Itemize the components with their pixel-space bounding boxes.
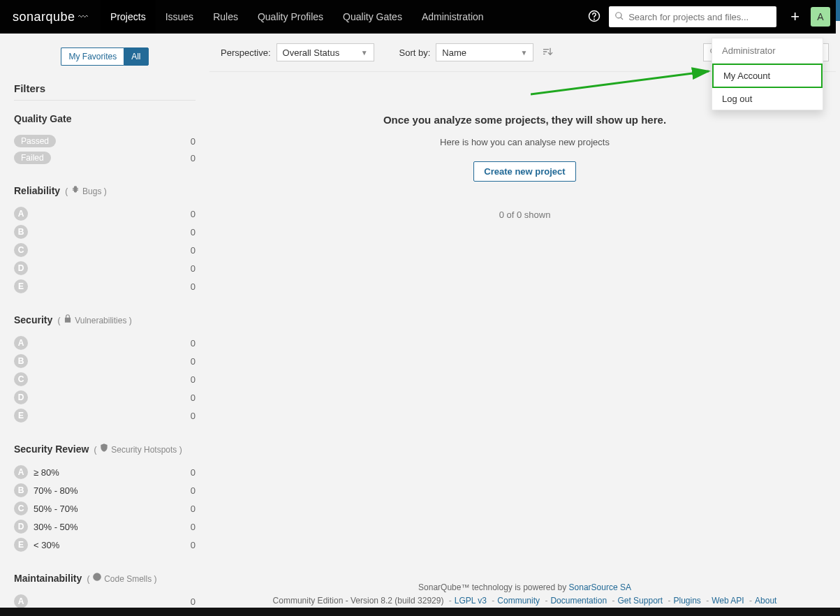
filter-row[interactable]: B0 [14, 352, 196, 370]
filter-row[interactable]: C0 [14, 241, 196, 259]
os-taskbar [0, 608, 840, 616]
search-icon [614, 11, 624, 23]
perspective-select[interactable]: Overall Status ▼ [277, 43, 374, 61]
favorites-toggle: My Favorites All [14, 47, 196, 66]
user-dropdown: Administrator My Account Log out [712, 38, 823, 110]
footer-link[interactable]: About [755, 596, 776, 606]
dropdown-header: Administrator [712, 38, 823, 64]
rating-e: E [14, 409, 28, 423]
footer-link[interactable]: LGPL v3 [455, 596, 487, 606]
footer-link[interactable]: Plugins [674, 596, 701, 606]
filter-reliability: Reliability ( Bugs ) A0 B0 C0 D0 E0 [14, 184, 196, 295]
all-tab[interactable]: All [124, 47, 148, 66]
shield-icon [99, 443, 109, 453]
rating-a: A [14, 594, 28, 608]
perspective-label: Perspective: [221, 47, 271, 58]
filter-row[interactable]: E0 [14, 277, 196, 295]
filter-head-reliability: Reliability ( Bugs ) [14, 184, 196, 196]
filter-row[interactable]: D0 [14, 388, 196, 406]
footer-link[interactable]: Get Support [617, 596, 663, 606]
divider [14, 100, 196, 101]
filter-row[interactable]: E0 [14, 406, 196, 425]
caret-down-icon: ▼ [520, 49, 527, 57]
filter-row[interactable]: D30% - 50%0 [14, 518, 196, 536]
svg-point-1 [594, 19, 595, 20]
count: 0 [191, 136, 196, 147]
sort-select[interactable]: Name ▼ [436, 43, 533, 61]
filter-row[interactable]: C0 [14, 370, 196, 388]
nav-issues[interactable]: Issues [156, 0, 203, 34]
filter-row[interactable]: A0 [14, 205, 196, 223]
filter-row[interactable]: A0 [14, 334, 196, 352]
filter-quality-gate: Quality Gate Passed 0 Failed 0 [14, 113, 196, 166]
filter-head-security: Security ( Vulnerabilities ) [14, 314, 196, 325]
filter-head-maintainability: Maintainability ( Code Smells ) [14, 572, 196, 584]
filter-row[interactable]: B70% - 80%0 [14, 481, 196, 499]
nav-rules[interactable]: Rules [203, 0, 248, 34]
svg-point-3 [93, 573, 101, 581]
pill-failed: Failed [14, 152, 51, 164]
filter-row[interactable]: B0 [14, 223, 196, 241]
nav-projects[interactable]: Projects [101, 0, 156, 34]
filters-sidebar: My Favorites All Filters Quality Gate Pa… [0, 34, 209, 608]
lock-icon [63, 314, 73, 323]
rating-c: C [14, 372, 28, 386]
filter-row[interactable]: D0 [14, 259, 196, 277]
dropdown-my-account[interactable]: My Account [712, 64, 823, 88]
count: 0 [191, 153, 196, 163]
nav-administration[interactable]: Administration [412, 0, 494, 34]
global-search[interactable] [609, 6, 776, 27]
dropdown-log-out[interactable]: Log out [712, 88, 823, 110]
pill-passed: Passed [14, 135, 56, 147]
nav-quality-profiles[interactable]: Quality Profiles [248, 0, 333, 34]
rating-a: A [14, 336, 28, 350]
scrollbar[interactable] [836, 0, 840, 616]
empty-subtitle: Here is how you can analyse new projects [223, 137, 826, 147]
footer-link[interactable]: Community [497, 596, 540, 606]
filter-security-review: Security Review ( Security Hotspots ) A≥… [14, 443, 196, 554]
logo-wave-icon: 〰 [78, 11, 89, 22]
filters-heading: Filters [14, 82, 196, 94]
filter-head-security-review: Security Review ( Security Hotspots ) [14, 443, 196, 455]
footer-sonarsource-link[interactable]: SonarSource SA [569, 582, 631, 592]
logo[interactable]: sonarqube 〰 [0, 10, 101, 24]
footer-edition: Community Edition - Version 8.2 (build 3… [273, 596, 444, 606]
create-button[interactable]: + [783, 8, 806, 26]
main-content: Perspective: Overall Status ▼ Sort by: N… [209, 34, 840, 608]
empty-title: Once you analyze some projects, they wil… [223, 114, 826, 126]
user-avatar[interactable]: A [811, 7, 830, 27]
my-favorites-tab[interactable]: My Favorites [61, 47, 124, 66]
rating-b: B [14, 225, 28, 239]
rating-a: A [14, 465, 28, 479]
filter-row[interactable]: C50% - 70%0 [14, 499, 196, 518]
bug-icon [71, 184, 80, 194]
sort-direction-icon[interactable] [539, 46, 556, 59]
footer-link[interactable]: Web API [712, 596, 744, 606]
rating-d: D [14, 520, 28, 534]
filter-row[interactable]: A0 [14, 592, 196, 608]
rating-c: C [14, 243, 28, 257]
rating-e: E [14, 279, 28, 293]
filter-row[interactable]: A≥ 80%0 [14, 463, 196, 481]
nav-quality-gates[interactable]: Quality Gates [333, 0, 412, 34]
filter-head-quality-gate: Quality Gate [14, 113, 196, 124]
footer: SonarQube™ technology is powered by Sona… [209, 581, 840, 608]
footer-link[interactable]: Documentation [550, 596, 607, 606]
filter-maintainability: Maintainability ( Code Smells ) A0 B0 C0 [14, 572, 196, 608]
rating-b: B [14, 354, 28, 368]
filter-failed[interactable]: Failed 0 [14, 149, 196, 166]
global-search-input[interactable] [628, 12, 771, 22]
code-smell-icon [92, 572, 102, 582]
logo-text: sonarqube [13, 10, 75, 24]
rating-c: C [14, 501, 28, 515]
rating-e: E [14, 538, 28, 552]
rating-d: D [14, 390, 28, 404]
help-icon[interactable] [580, 10, 609, 24]
create-project-button[interactable]: Create new project [473, 161, 575, 182]
filter-row[interactable]: E< 30%0 [14, 536, 196, 554]
filter-passed[interactable]: Passed 0 [14, 133, 196, 149]
filter-security: Security ( Vulnerabilities ) A0 B0 C0 D0… [14, 314, 196, 425]
rating-a: A [14, 207, 28, 221]
sort-label: Sort by: [399, 47, 431, 58]
rating-b: B [14, 483, 28, 497]
